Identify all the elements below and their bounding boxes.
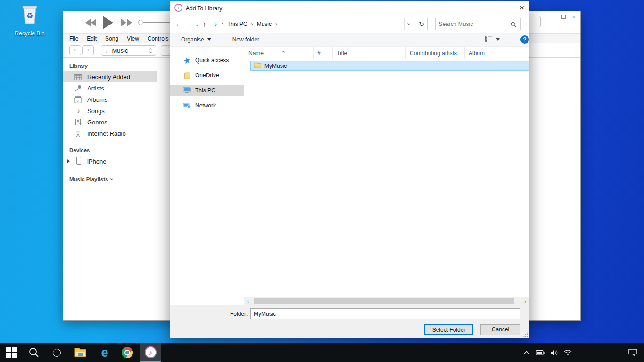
address-dropdown-chevron-icon[interactable] — [404, 18, 413, 30]
file-explorer-button[interactable] — [71, 343, 90, 362]
chrome-button[interactable] — [118, 343, 137, 362]
nav-item-onedrive[interactable]: OneDrive — [170, 70, 244, 81]
column-name[interactable]: Name — [245, 47, 314, 59]
breadcrumb-music[interactable]: Music — [255, 21, 273, 27]
organise-menu-button[interactable]: Organise — [181, 36, 211, 43]
horizontal-scrollbar[interactable]: ‹ › — [244, 297, 529, 305]
recent-locations-chevron-icon[interactable] — [196, 24, 198, 26]
faders-icon — [74, 119, 83, 126]
sidebar-item-recently-added[interactable]: Recently Added — [63, 71, 157, 82]
dialog-close-button[interactable]: × — [520, 3, 524, 13]
scroll-right-arrow-icon[interactable]: › — [521, 297, 529, 305]
cancel-button[interactable]: Cancel — [480, 324, 520, 335]
file-row-mymusic[interactable]: MyMusic — [250, 61, 529, 71]
forward-button[interactable]: › — [82, 45, 94, 55]
nav-up-arrow-icon[interactable]: ↑ — [203, 20, 206, 28]
microphone-icon — [74, 85, 83, 92]
iphone-icon — [74, 157, 83, 166]
nav-item-quick-access[interactable]: Quick access — [170, 55, 244, 66]
quick-access-star-icon — [183, 57, 191, 64]
caret-down-icon — [207, 38, 211, 41]
sidebar-item-genres[interactable]: Genres — [63, 116, 157, 128]
this-pc-monitor-icon — [183, 87, 191, 94]
view-details-icon[interactable] — [485, 36, 492, 43]
svg-text:♪: ♪ — [149, 349, 152, 356]
sidebar-item-albums[interactable]: ♪ Albums — [63, 94, 157, 105]
column-album[interactable]: Album — [465, 47, 524, 59]
close-button[interactable]: × — [572, 13, 576, 20]
expand-triangle-icon[interactable] — [67, 159, 70, 163]
media-kind-picker[interactable]: ♪ Music — [101, 45, 156, 56]
updown-chevron-icon — [150, 49, 152, 53]
menu-view[interactable]: View — [127, 35, 139, 42]
minimize-button[interactable]: – — [552, 13, 555, 20]
maximize-button[interactable] — [561, 15, 566, 19]
play-button[interactable] — [102, 16, 113, 31]
tray-expand-chevron-icon[interactable] — [523, 351, 530, 355]
svg-text:♻: ♻ — [26, 11, 33, 20]
edge-button[interactable]: e — [95, 343, 114, 362]
scrollbar-thumb[interactable] — [254, 298, 514, 304]
menu-song[interactable]: Song — [105, 35, 118, 42]
scrollbar-track[interactable] — [252, 297, 521, 305]
svg-text:♪: ♪ — [177, 5, 180, 10]
dialog-title: Add To Library — [186, 5, 222, 12]
grid-icon — [74, 74, 83, 80]
breadcrumb-separator: › — [273, 21, 279, 27]
select-folder-button[interactable]: Select Folder — [424, 324, 473, 335]
action-center-icon[interactable] — [628, 349, 637, 356]
start-button[interactable] — [2, 343, 21, 362]
volume-icon[interactable] — [550, 350, 558, 356]
file-list: Name # Title Contributing artists Album … — [245, 47, 529, 297]
iphone-icon — [165, 47, 169, 54]
battery-icon[interactable] — [536, 350, 545, 355]
nav-item-network[interactable]: Network — [170, 100, 244, 111]
menu-edit[interactable]: Edit — [87, 35, 97, 42]
magnifier-icon[interactable] — [511, 21, 517, 30]
column-title[interactable]: Title — [333, 47, 406, 59]
itunes-sidebar: Library Recently Added Artists ♪ Albums — [63, 58, 157, 320]
scroll-left-arrow-icon[interactable]: ‹ — [244, 297, 252, 305]
cortana-button[interactable] — [47, 343, 66, 362]
chevron-down-icon — [111, 177, 114, 180]
taskbar: e ♪ — [0, 343, 644, 362]
new-folder-button[interactable]: New folder — [232, 36, 259, 43]
nav-forward-arrow-icon[interactable]: → — [185, 20, 193, 28]
album-icon: ♪ — [74, 96, 83, 103]
itunes-icon: ♪ — [145, 346, 157, 358]
recycle-bin-shortcut[interactable]: ♻ Recycle Bin — [13, 3, 46, 37]
itunes-taskbar-button[interactable]: ♪ — [140, 343, 161, 362]
help-icon[interactable]: ? — [520, 35, 529, 44]
search-input[interactable] — [439, 19, 510, 29]
resize-grip[interactable] — [523, 332, 528, 337]
views-caret-icon[interactable] — [496, 38, 500, 41]
column-number[interactable]: # — [314, 47, 333, 59]
edge-icon: e — [101, 346, 108, 359]
wifi-icon[interactable] — [564, 350, 572, 356]
breadcrumb-separator: › — [220, 21, 225, 27]
search-field[interactable] — [435, 18, 521, 30]
folder-name-input[interactable] — [250, 308, 520, 319]
menu-controls[interactable]: Controls — [148, 35, 169, 42]
nav-item-this-pc[interactable]: This PC — [170, 85, 244, 96]
dialog-content: Quick access OneDrive This PC Network — [170, 47, 529, 305]
svg-text:♪: ♪ — [77, 98, 79, 102]
nav-back-arrow-icon[interactable]: ← — [175, 20, 182, 28]
taskbar-search-button[interactable] — [25, 343, 43, 362]
sidebar-item-iphone[interactable]: iPhone — [63, 156, 157, 167]
volume-slider-knob[interactable] — [138, 20, 143, 25]
sidebar-item-artists[interactable]: Artists — [63, 82, 157, 94]
music-playlists-header[interactable]: Music Playlists — [63, 173, 157, 184]
library-header: Library — [63, 60, 157, 71]
previous-track-button[interactable] — [85, 19, 97, 28]
refresh-icon[interactable]: ↻ — [416, 18, 428, 30]
sidebar-item-internet-radio[interactable]: Internet Radio — [63, 128, 157, 139]
breadcrumb[interactable]: ♪ › This PC › Music › — [211, 18, 413, 30]
menu-file[interactable]: File — [69, 35, 78, 42]
next-track-button[interactable] — [120, 19, 132, 28]
back-button[interactable]: ‹ — [69, 45, 81, 55]
file-name: MyMusic — [264, 63, 287, 69]
sidebar-item-songs[interactable]: ♪ Songs — [63, 105, 157, 116]
breadcrumb-this-pc[interactable]: This PC — [225, 21, 249, 27]
column-contributing-artists[interactable]: Contributing artists — [406, 47, 465, 59]
